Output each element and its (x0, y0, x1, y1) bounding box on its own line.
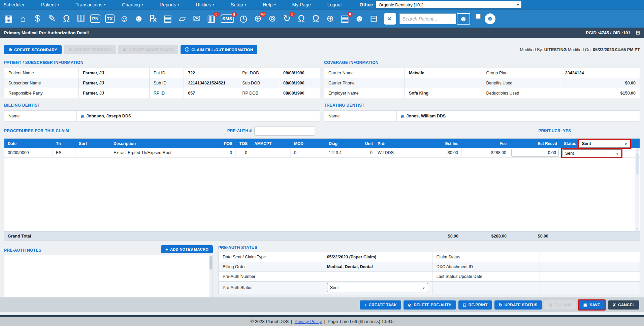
table-row: Patient NameFarmer, JJ Pat ID722 Pat DOB… (4, 68, 320, 78)
progress-notes-icon[interactable]: PN (90, 14, 100, 23)
claim-fillout-information-button[interactable]: ⓘCLAIM FILL-OUT INFORMATION (181, 45, 258, 54)
menu-logout[interactable]: Logout (327, 2, 342, 7)
patient-groups-icon[interactable]: ☻ (485, 13, 495, 24)
est-recvd-input[interactable] (511, 149, 559, 157)
treatment-plans-icon[interactable]: TX (105, 14, 115, 23)
menu-label: Setup (231, 2, 243, 7)
proc-amacpt: - (251, 148, 291, 158)
tooth-help-icon[interactable]: Ω (311, 14, 321, 23)
add-notes-macro-button[interactable]: +ADD NOTES MACRO (161, 245, 213, 253)
preauth-status-select[interactable]: Sent∨ (327, 283, 428, 292)
save-button[interactable]: ▣SAVE (579, 300, 605, 310)
treating-dentist-name: Jones, William DDS (407, 114, 446, 118)
menu-reports[interactable]: Reports▾ (160, 2, 180, 7)
preauth-number-input[interactable] (254, 126, 315, 136)
schedule-icon[interactable]: ▦ (3, 14, 13, 23)
section-title: TREATING DENTIST (324, 103, 640, 108)
office-select[interactable]: Organic Dentistry [101] ▾ (376, 1, 522, 8)
delete-preauth-button[interactable]: ⊘DELETE PRE-AUTH (404, 300, 456, 310)
menu-my-page[interactable]: My Page (292, 2, 311, 7)
menu-patient[interactable]: Patient▾ (41, 2, 59, 7)
cancel-button[interactable]: ✗CANCEL (608, 300, 639, 310)
document-scan-icon[interactable]: ▱ (177, 14, 187, 23)
procedures-scrollbar[interactable]: ▲ ▼ (635, 148, 639, 231)
print-page-icon[interactable]: ⊟ (636, 30, 640, 36)
billing-dentist-name: Johnson, Joseph DDS (87, 114, 131, 118)
proc-fee: $288.00 (462, 148, 510, 158)
tooth-chart-icon[interactable]: Ω (61, 14, 71, 23)
plus-icon: + (165, 247, 168, 252)
add-account-icon[interactable]: ☻ (134, 14, 144, 23)
chevron-down-icon: ∨ (616, 152, 618, 155)
table-row: Responsible PartyFarmer, JJ RP ID657 RP … (4, 88, 320, 98)
menu-utilities[interactable]: Utilities▾ (196, 2, 214, 7)
menu-label: Scheduler (3, 2, 25, 7)
print-icon[interactable]: ⊟ (369, 14, 379, 23)
chart-notes-icon[interactable]: ✎ (47, 14, 57, 23)
patient-portal-icon[interactable]: ⊚ (267, 14, 278, 23)
search-filter-checkbox[interactable] (476, 14, 481, 19)
create-secondary-button[interactable]: ⊕CREATE SECONDARY (4, 45, 62, 54)
time-clock-icon[interactable]: ◷ (238, 14, 249, 23)
patient-search: ☻ (399, 13, 470, 25)
chevron-down-icon: ▾ (141, 3, 143, 6)
provider-eye-icon[interactable]: ◉ (401, 114, 404, 118)
proc-prdr: WJ DDS (374, 148, 411, 158)
create-task-button[interactable]: +CREATE TASK (360, 300, 401, 310)
tooth-status-icon[interactable]: Ω (296, 14, 307, 23)
messages-icon[interactable]: ▥0 (206, 14, 216, 23)
menu-help[interactable]: Help▾ (263, 2, 276, 7)
page-actions-row: ⊕CREATE SECONDARY ⊕CREATE TERTIARY ⊕CREA… (4, 45, 640, 54)
eclaims-status-icon[interactable]: ▤0 (340, 14, 350, 23)
patient-search-input[interactable] (399, 13, 456, 24)
proc-description: Extract Erpted Th/Expsed Root (110, 148, 219, 158)
eclaim-icon: ⊠ (549, 302, 552, 307)
sms-icon[interactable]: SMS0 (221, 14, 234, 23)
bulk-status-select[interactable]: Sent∨ (579, 140, 630, 148)
preauth-notes-textarea[interactable] (4, 255, 213, 297)
patient-search-button[interactable]: ☻ (457, 13, 470, 25)
procedure-status-select[interactable]: Sent∨ (562, 149, 621, 157)
coverage-section: COVERAGE INFORMATION Carrier NameMetwife… (324, 60, 640, 98)
scroll-thumb[interactable] (210, 256, 212, 269)
grand-total-est-recvd: $0.00 (510, 234, 560, 239)
scroll-up-icon[interactable]: ▲ (636, 148, 639, 152)
reprint-button[interactable]: ⊟RE-PRINT (458, 300, 492, 310)
perio-chart-icon[interactable]: Ш (76, 14, 86, 23)
preauth-notes-section: PRE-AUTH NOTES +ADD NOTES MACRO (4, 245, 213, 297)
menu-scheduler[interactable]: Scheduler (3, 2, 25, 7)
create-tertiary-button: ⊕CREATE TERTIARY (64, 45, 116, 54)
grand-total-fee: $288.00 (462, 234, 510, 239)
page-time-left: Page Time Left (hh:mm:ss) 1:59:5 (328, 319, 394, 324)
patient-subscriber-table: Patient NameFarmer, JJ Pat ID722 Pat DOB… (4, 68, 320, 98)
person-icon: ☻ (460, 15, 467, 23)
update-status-button[interactable]: ↻UPDATE STATUS (494, 300, 542, 310)
staff-icon[interactable]: ☻ (354, 14, 364, 23)
proc-tos: 0 (236, 148, 251, 158)
payments-icon[interactable]: $ (32, 14, 42, 23)
table-row: Name ◉Johnson, Joseph DDS (4, 111, 320, 122)
privacy-policy-link[interactable]: Privacy Policy (294, 319, 322, 324)
preauth-number-group: PRE-AUTH # (227, 126, 315, 136)
web-claims-icon[interactable]: ⊕ (325, 14, 335, 23)
send-mail-icon[interactable]: ✉ (192, 14, 202, 23)
add-patient-icon[interactable]: ☺ (119, 14, 129, 23)
scroll-down-icon[interactable]: ▼ (636, 227, 639, 231)
printer-icon: ⊟ (463, 302, 466, 307)
table-row: Carrier NameMetwife Group Plan23424124 (324, 68, 640, 78)
notification-badge: 0 (214, 12, 219, 17)
case-notes-icon[interactable]: ▤ (163, 14, 173, 23)
patient-sync-icon[interactable]: ↻1 (282, 14, 292, 23)
menu-charting[interactable]: Charting▾ (122, 2, 143, 7)
notes-scrollbar[interactable] (209, 255, 213, 297)
toolbar-collapse-button[interactable]: » (384, 13, 396, 25)
menu-transactions[interactable]: Transactions▾ (75, 2, 105, 7)
online-users-icon[interactable]: ⊕48 (253, 14, 263, 23)
menu-setup[interactable]: Setup▾ (231, 2, 246, 7)
prescriptions-icon[interactable]: ℞ (148, 14, 158, 23)
scroll-thumb[interactable] (636, 153, 639, 175)
provider-eye-icon[interactable]: ◉ (81, 114, 84, 118)
home-icon[interactable]: ⌂ (18, 14, 28, 23)
chevron-down-icon: ▾ (213, 3, 214, 6)
table-row: Name ◉Jones, William DDS (324, 111, 640, 122)
